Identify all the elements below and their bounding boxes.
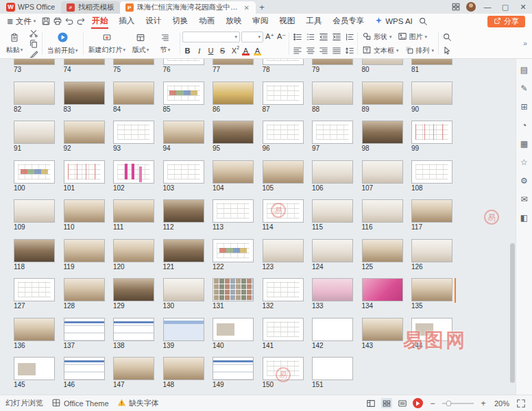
slide-thumbnail-119[interactable] — [64, 239, 105, 262]
slide-thumbnail-80[interactable] — [362, 59, 403, 65]
indent-icon[interactable] — [330, 32, 342, 42]
slide-thumbnail-109[interactable] — [14, 199, 55, 223]
find-icon[interactable] — [441, 32, 452, 42]
workspace-apps-icon[interactable] — [448, 0, 463, 14]
slide-thumbnail-82[interactable] — [14, 82, 55, 105]
slide-thumbnail-118[interactable] — [14, 239, 55, 262]
text-direction-icon[interactable] — [343, 32, 355, 42]
superscript-button[interactable]: X — [229, 45, 239, 55]
close-tab-icon[interactable]: ✕ — [243, 4, 250, 12]
save-icon[interactable] — [40, 15, 51, 27]
maximize-button[interactable]: ▢ — [496, 0, 514, 14]
slide-thumbnail-138[interactable] — [113, 318, 154, 341]
picture-button[interactable]: 图片▾ — [396, 31, 430, 42]
slide-thumbnail-100[interactable] — [14, 160, 55, 184]
slide-thumbnail-97[interactable] — [312, 121, 353, 144]
undo-icon[interactable] — [63, 15, 75, 27]
animation-icon[interactable]: ◔ — [519, 121, 530, 131]
slide-thumbnail-124[interactable] — [312, 239, 353, 262]
slide-thumbnail-83[interactable] — [64, 82, 105, 105]
slide-thumbnail-151[interactable] — [312, 357, 353, 380]
slide-thumbnail-128[interactable] — [64, 278, 105, 301]
arrange-button[interactable]: 排列▾ — [402, 45, 437, 56]
slide-thumbnail-95[interactable] — [213, 121, 254, 144]
tab-home[interactable]: 开始 — [86, 14, 113, 29]
slide-thumbnail-101[interactable] — [64, 160, 105, 184]
outdent-icon[interactable] — [317, 32, 329, 42]
slide-thumbnail-120[interactable] — [113, 239, 154, 262]
tab-animation[interactable]: 动画 — [193, 14, 220, 29]
slide-thumbnail-117[interactable] — [411, 199, 452, 223]
slide-thumbnail-131[interactable] — [213, 278, 254, 301]
paste-button[interactable]: 粘贴▾ — [3, 33, 26, 55]
search-icon[interactable] — [418, 15, 429, 27]
reading-view-icon[interactable] — [397, 398, 408, 408]
slide-thumbnail-96[interactable] — [263, 121, 304, 144]
edit-icon[interactable]: ✎ — [519, 84, 530, 94]
slide-thumbnail-86[interactable] — [213, 82, 254, 105]
tab-member[interactable]: 会员专享 — [327, 14, 370, 29]
slide-thumbnail-148[interactable] — [163, 357, 204, 380]
slide-thumbnail-136[interactable] — [14, 318, 55, 341]
slide-thumbnail-143[interactable] — [362, 318, 403, 341]
missing-fonts-notice[interactable]: 缺失字体 — [117, 398, 159, 408]
slide-thumbnail-85[interactable] — [163, 82, 204, 105]
slideshow-play-button[interactable] — [413, 398, 423, 408]
normal-view-icon[interactable] — [365, 398, 376, 408]
cut-icon[interactable] — [27, 29, 39, 38]
slide-thumbnail-91[interactable] — [14, 121, 55, 144]
zoom-in-button[interactable]: + — [479, 399, 488, 408]
tab-current-document[interactable]: P 珠海仁恒滨海海湾花园商业中心... ✕ — [120, 1, 256, 14]
slide-thumbnail-123[interactable] — [263, 239, 304, 262]
slide-thumbnail-133[interactable] — [312, 278, 353, 301]
ribbon-overflow-button[interactable]: » — [520, 30, 530, 57]
slide-thumbnail-149[interactable] — [213, 357, 254, 380]
slide-thumbnail-140[interactable] — [213, 318, 254, 341]
slide-thumbnail-99[interactable] — [411, 121, 452, 144]
tab-insert[interactable]: 插入 — [113, 14, 140, 29]
redo-icon[interactable] — [75, 15, 86, 27]
decrease-font-icon[interactable]: A⁻ — [276, 32, 287, 42]
slide-thumbnail-110[interactable] — [64, 199, 105, 223]
tab-transition[interactable]: 切换 — [167, 14, 193, 29]
slide-sorter-view-icon[interactable] — [381, 398, 392, 408]
slide-thumbnail-142[interactable] — [312, 318, 353, 341]
line-spacing-icon[interactable] — [343, 45, 355, 55]
highlight-color-button[interactable]: A — [252, 45, 263, 55]
slide-thumbnail-102[interactable] — [113, 160, 154, 184]
slide-thumbnail-121[interactable] — [163, 239, 204, 262]
bullets-icon[interactable] — [291, 32, 303, 42]
italic-button[interactable]: I — [194, 45, 204, 55]
align-left-icon[interactable] — [291, 45, 303, 55]
slide-thumbnail-89[interactable] — [362, 82, 403, 105]
layers-icon[interactable]: ◧ — [519, 213, 530, 223]
slide-thumbnail-78[interactable] — [263, 59, 304, 65]
tab-slideshow[interactable]: 放映 — [220, 14, 247, 29]
format-painter-icon[interactable] — [27, 49, 39, 58]
slide-thumbnail-122[interactable] — [213, 239, 254, 262]
slide-thumbnail-93[interactable] — [113, 121, 154, 144]
slide-layout-button[interactable]: 版式▾ — [129, 33, 152, 55]
tab-view[interactable]: 视图 — [274, 14, 300, 29]
vertical-scrollbar[interactable] — [510, 60, 515, 393]
slide-thumbnail-112[interactable] — [163, 199, 204, 223]
copy-icon[interactable] — [27, 39, 39, 48]
slide-thumbnail-103[interactable] — [163, 160, 204, 184]
zoom-slider[interactable] — [442, 403, 474, 404]
font-size-select[interactable]: ▾ — [241, 32, 263, 42]
slide-thumbnail-137[interactable] — [64, 318, 105, 341]
slide-thumbnail-77[interactable] — [213, 59, 254, 65]
underline-button[interactable]: U — [206, 45, 216, 55]
scrollbar-thumb[interactable] — [510, 243, 515, 383]
font-color-button[interactable]: A — [241, 45, 251, 55]
align-justify-icon[interactable] — [330, 45, 342, 55]
slide-thumbnail-114[interactable] — [263, 199, 304, 223]
zoom-slider-knob[interactable] — [446, 401, 451, 406]
favorites-icon[interactable]: ☆ — [519, 158, 530, 168]
fit-screen-icon[interactable] — [516, 398, 527, 408]
align-center-icon[interactable] — [304, 45, 316, 55]
increase-font-icon[interactable]: A⁺ — [265, 32, 275, 42]
strikethrough-button[interactable]: S — [217, 45, 228, 55]
slide-thumbnail-107[interactable] — [362, 160, 403, 184]
slide-thumbnail-141[interactable] — [263, 318, 304, 341]
